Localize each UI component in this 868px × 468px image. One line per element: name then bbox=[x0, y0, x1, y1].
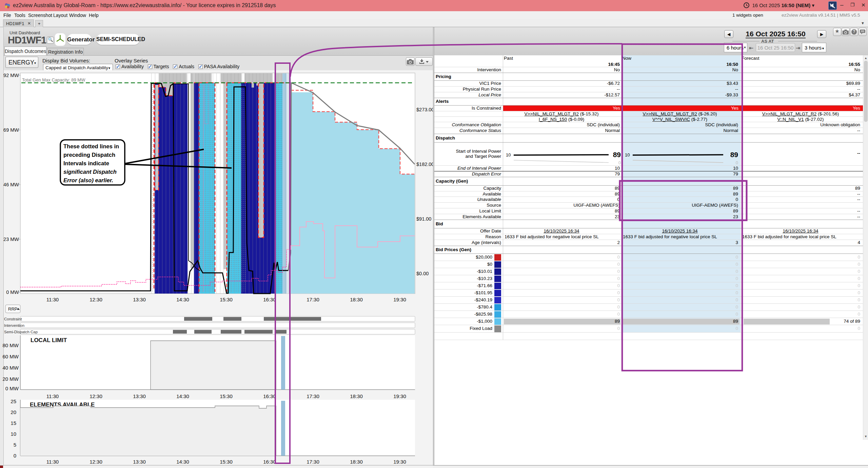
svg-text:14:30: 14:30 bbox=[176, 393, 189, 399]
svg-text:13:30: 13:30 bbox=[133, 393, 146, 399]
svg-text:11:30: 11:30 bbox=[46, 297, 59, 302]
svg-text:16:30: 16:30 bbox=[263, 459, 276, 465]
svg-text:10: 10 bbox=[506, 152, 511, 157]
svg-text:40 MW: 40 MW bbox=[2, 365, 19, 371]
svg-text:16:30: 16:30 bbox=[263, 393, 276, 399]
svg-text:12:30: 12:30 bbox=[90, 297, 102, 302]
svg-text:15:30: 15:30 bbox=[220, 393, 233, 399]
svg-text:16:30: 16:30 bbox=[263, 297, 276, 302]
svg-text:17:30: 17:30 bbox=[307, 393, 319, 399]
svg-text:12:30: 12:30 bbox=[90, 459, 102, 465]
svg-text:19:30: 19:30 bbox=[393, 459, 406, 465]
svg-text:69 MW: 69 MW bbox=[3, 127, 19, 133]
svg-text:0: 0 bbox=[14, 453, 16, 458]
svg-text:0 MW: 0 MW bbox=[5, 386, 19, 391]
svg-text:80 MW: 80 MW bbox=[2, 342, 19, 348]
svg-text:17:30: 17:30 bbox=[307, 459, 319, 465]
svg-text:14:30: 14:30 bbox=[176, 297, 189, 302]
svg-text:11:30: 11:30 bbox=[46, 393, 59, 399]
svg-text:10: 10 bbox=[11, 431, 16, 437]
svg-text:0: 0 bbox=[736, 160, 738, 165]
svg-text:46 MW: 46 MW bbox=[3, 182, 19, 187]
svg-text:20 MW: 20 MW bbox=[2, 376, 19, 382]
svg-text:10: 10 bbox=[625, 152, 630, 157]
svg-text:23 MW: 23 MW bbox=[3, 237, 19, 242]
svg-text:20: 20 bbox=[11, 409, 16, 415]
svg-text:15: 15 bbox=[11, 420, 16, 426]
svg-text:18:30: 18:30 bbox=[350, 393, 363, 399]
svg-text:$91.00: $91.00 bbox=[416, 216, 431, 222]
svg-text:0: 0 bbox=[618, 160, 621, 165]
svg-text:15:30: 15:30 bbox=[220, 459, 233, 465]
svg-text:$273.00: $273.00 bbox=[416, 107, 433, 112]
svg-text:15:30: 15:30 bbox=[220, 297, 233, 302]
svg-text:13:30: 13:30 bbox=[133, 459, 146, 465]
svg-text:11:30: 11:30 bbox=[46, 459, 59, 465]
svg-text:18:30: 18:30 bbox=[350, 459, 363, 465]
svg-text:LOCAL LIMIT: LOCAL LIMIT bbox=[31, 337, 67, 343]
svg-text:14:30: 14:30 bbox=[176, 459, 189, 465]
svg-text:17:30: 17:30 bbox=[307, 297, 319, 302]
svg-text:Total Gen Max Capacity: 89 MW: Total Gen Max Capacity: 89 MW bbox=[22, 77, 85, 82]
svg-text:0 MW: 0 MW bbox=[6, 289, 19, 295]
svg-text:89: 89 bbox=[613, 151, 621, 158]
svg-text:89: 89 bbox=[730, 151, 738, 158]
svg-text:Intervention: Intervention bbox=[4, 323, 24, 327]
svg-text:92 MW: 92 MW bbox=[3, 73, 19, 78]
svg-text:Semi-Dispatch Cap: Semi-Dispatch Cap bbox=[4, 330, 38, 334]
svg-text:Constraint: Constraint bbox=[4, 317, 22, 321]
svg-text:$182.00: $182.00 bbox=[416, 162, 433, 167]
svg-text:5: 5 bbox=[14, 442, 16, 448]
svg-text:RRP: RRP bbox=[8, 306, 17, 312]
svg-text:12:30: 12:30 bbox=[90, 393, 102, 399]
svg-text:19:30: 19:30 bbox=[393, 393, 406, 399]
svg-text:25: 25 bbox=[11, 398, 16, 404]
svg-text:18:30: 18:30 bbox=[350, 297, 363, 302]
svg-text:19:30: 19:30 bbox=[393, 297, 406, 302]
svg-text:13:30: 13:30 bbox=[133, 297, 146, 302]
svg-text:60 MW: 60 MW bbox=[2, 354, 19, 359]
svg-text:$0.00: $0.00 bbox=[416, 271, 429, 276]
